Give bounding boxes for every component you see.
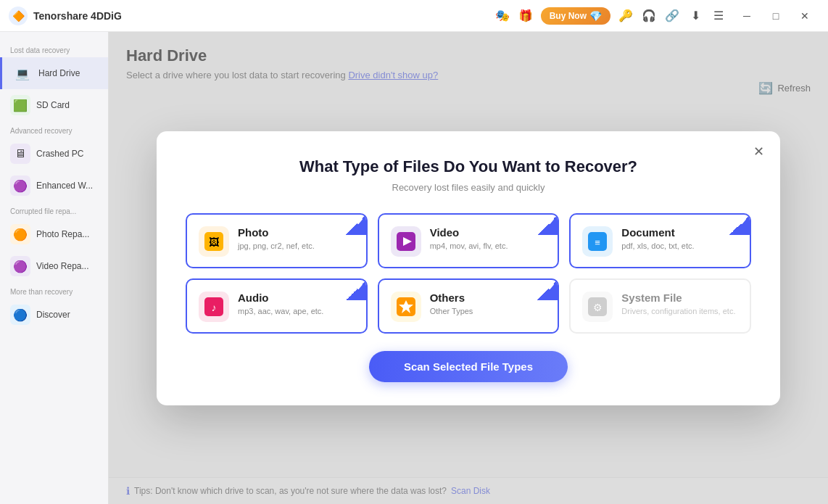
sidebar-item-discover-label: Discover <box>36 310 70 320</box>
system-file-icon: ⚙ <box>582 292 613 322</box>
sidebar-item-sd-card[interactable]: 🟩 SD Card <box>0 89 108 121</box>
app-logo: 🔶 <box>9 7 28 25</box>
photo-repair-icon: 🟠 <box>10 224 30 244</box>
key-icon[interactable]: 🔑 <box>618 8 634 24</box>
headphone-icon[interactable]: 🎧 <box>641 8 657 24</box>
audio-ext: mp3, aac, wav, ape, etc. <box>238 306 355 317</box>
file-card-video[interactable]: Video mp4, mov, avi, flv, etc. <box>378 213 560 268</box>
sidebar-item-photo-repair-label: Photo Repa... <box>36 229 89 239</box>
window-controls: ─ □ ✕ <box>732 5 819 27</box>
crashed-pc-icon: 🖥 <box>10 144 30 164</box>
sidebar: Lost data recovery 💻 Hard Drive 🟩 SD Car… <box>0 32 109 504</box>
modal-overlay: ✕ What Type of Files Do You Want to Reco… <box>109 32 828 504</box>
document-checkmark <box>729 215 750 235</box>
titlebar: 🔶 Tenorshare 4DDiG 🎭 🎁 Buy Now 💎 🔑 🎧 🔗 ⬇… <box>0 0 828 32</box>
video-checkmark <box>537 215 558 235</box>
sidebar-section-more: More than recovery <box>0 282 108 299</box>
modal-title: What Type of Files Do You Want to Recove… <box>186 157 751 176</box>
menu-icon[interactable]: ☰ <box>711 8 726 24</box>
file-type-grid: 🖼 Photo jpg, png, cr2, nef, etc. Video m… <box>186 213 751 334</box>
svg-text:♪: ♪ <box>212 302 217 313</box>
enhanced-icon: 🟣 <box>10 175 30 196</box>
discover-icon: 🔵 <box>10 305 30 325</box>
others-ext: Other Types <box>430 306 547 317</box>
document-ext: pdf, xls, doc, txt, etc. <box>621 241 738 252</box>
svg-text:🖼: 🖼 <box>209 236 219 248</box>
document-name: Document <box>621 226 738 239</box>
audio-info: Audio mp3, aac, wav, ape, etc. <box>238 292 355 317</box>
sidebar-item-video-repair[interactable]: 🟣 Video Repa... <box>0 250 108 282</box>
audio-icon: ♪ <box>199 292 229 322</box>
diamond-icon: 💎 <box>589 10 602 22</box>
photo-info: Photo jpg, png, cr2, nef, etc. <box>238 226 355 252</box>
sidebar-section-corrupted: Corrupted file repa... <box>0 202 108 218</box>
sidebar-item-hard-drive[interactable]: 💻 Hard Drive <box>0 57 108 89</box>
hard-drive-icon: 💻 <box>12 63 33 83</box>
photo-name: Photo <box>238 226 355 239</box>
download-icon[interactable]: ⬇ <box>687 8 703 24</box>
file-card-photo[interactable]: 🖼 Photo jpg, png, cr2, nef, etc. <box>186 213 368 268</box>
video-icon <box>391 226 421 257</box>
photo-ext: jpg, png, cr2, nef, etc. <box>238 241 355 252</box>
file-type-modal: ✕ What Type of Files Do You Want to Reco… <box>157 131 780 405</box>
sidebar-item-enhanced-label: Enhanced W... <box>36 181 93 191</box>
close-button[interactable]: ✕ <box>790 5 819 27</box>
gift-icon[interactable]: 🎁 <box>518 8 534 24</box>
video-name: Video <box>430 226 547 239</box>
system-file-ext: Drivers, configuration items, etc. <box>621 306 738 317</box>
sidebar-item-video-repair-label: Video Repa... <box>36 261 89 271</box>
document-icon: ≡ <box>582 226 613 257</box>
scan-button-wrap: Scan Selected File Types <box>186 351 751 382</box>
system-file-name: System File <box>621 292 738 304</box>
sidebar-item-sd-card-label: SD Card <box>36 100 70 110</box>
others-name: Others <box>430 292 547 304</box>
file-card-document[interactable]: ≡ Document pdf, xls, doc, txt, etc. <box>569 213 751 268</box>
video-ext: mp4, mov, avi, flv, etc. <box>430 241 547 252</box>
video-info: Video mp4, mov, avi, flv, etc. <box>430 226 547 252</box>
maximize-button[interactable]: □ <box>761 5 790 27</box>
others-info: Others Other Types <box>430 292 547 317</box>
app-name: Tenorshare 4DDiG <box>33 10 122 22</box>
photo-checkmark <box>346 215 366 235</box>
sidebar-item-crashed-pc-label: Crashed PC <box>36 149 83 159</box>
mask-icon[interactable]: 🎭 <box>494 8 510 24</box>
share-icon[interactable]: 🔗 <box>664 8 680 24</box>
titlebar-icons: 🎭 🎁 Buy Now 💎 🔑 🎧 🔗 ⬇ ☰ <box>494 7 726 25</box>
file-card-audio[interactable]: ♪ Audio mp3, aac, wav, ape, etc. <box>186 278 368 334</box>
sidebar-item-crashed-pc[interactable]: 🖥 Crashed PC <box>0 138 108 170</box>
svg-text:≡: ≡ <box>595 237 601 248</box>
minimize-button[interactable]: ─ <box>732 5 761 27</box>
sidebar-item-enhanced[interactable]: 🟣 Enhanced W... <box>0 170 108 202</box>
sidebar-item-photo-repair[interactable]: 🟠 Photo Repa... <box>0 218 108 250</box>
sidebar-section-lost: Lost data recovery <box>0 41 108 57</box>
video-repair-icon: 🟣 <box>10 256 30 276</box>
scan-selected-button[interactable]: Scan Selected File Types <box>369 351 568 382</box>
modal-subtitle: Recovery lost files easily and quickly <box>186 182 751 193</box>
sd-card-icon: 🟩 <box>10 95 30 115</box>
svg-text:⚙: ⚙ <box>593 302 603 313</box>
photo-icon: 🖼 <box>199 226 229 257</box>
file-card-others[interactable]: Others Other Types <box>378 278 560 334</box>
others-icon <box>391 292 421 322</box>
sidebar-item-discover[interactable]: 🔵 Discover <box>0 299 108 331</box>
sidebar-item-hard-drive-label: Hard Drive <box>38 68 80 78</box>
others-checkmark <box>537 280 558 300</box>
svg-text:🔶: 🔶 <box>12 10 25 22</box>
system-file-info: System File Drivers, configuration items… <box>621 292 738 317</box>
buy-now-button[interactable]: Buy Now 💎 <box>541 7 610 25</box>
audio-name: Audio <box>238 292 355 304</box>
sidebar-section-advanced: Advanced recovery <box>0 121 108 138</box>
modal-close-button[interactable]: ✕ <box>748 141 769 162</box>
document-info: Document pdf, xls, doc, txt, etc. <box>621 226 738 252</box>
file-card-system-file[interactable]: ⚙ System File Drivers, configuration ite… <box>569 278 751 334</box>
audio-checkmark <box>346 280 366 300</box>
